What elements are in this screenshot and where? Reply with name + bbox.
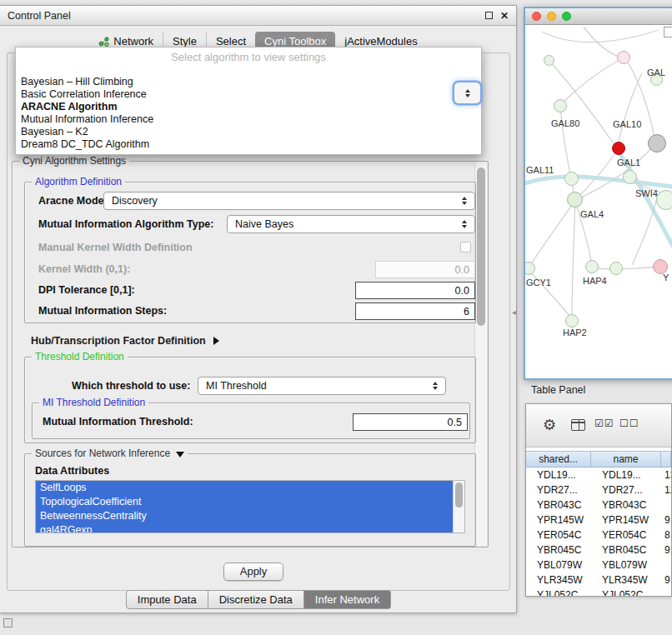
list-item[interactable]: SelfLoops: [36, 481, 453, 495]
close-icon[interactable]: ✕: [500, 11, 509, 21]
dock-mini-icon[interactable]: [3, 618, 13, 628]
tab-infer-network[interactable]: Infer Network: [304, 590, 391, 609]
attributes-scrollbar[interactable]: [453, 481, 464, 532]
dropdown-item[interactable]: Basic Correlation Inference: [16, 88, 481, 101]
algorithm-combo-button[interactable]: [454, 82, 480, 103]
kernel-width-field[interactable]: 0.0: [375, 261, 475, 278]
table-cell: YJL052C: [591, 589, 661, 596]
columns-icon[interactable]: [571, 419, 585, 431]
dropdown-item[interactable]: Bayesian – Hill Climbing: [16, 76, 481, 88]
tab-label: Select: [216, 35, 246, 48]
tab-label: Network: [113, 35, 153, 48]
splitter-collapse-icon[interactable]: ◂: [512, 308, 516, 317]
table-row[interactable]: YDR27...YDR27...12: [526, 482, 671, 498]
sources-group: Sources for Network Inference Data Attri…: [24, 453, 476, 547]
data-attributes-list: SelfLoops TopologicalCoefficient Between…: [35, 480, 465, 533]
algorithm-definition-title: Algorithm Definition: [32, 176, 125, 188]
network-node[interactable]: [623, 170, 637, 184]
spinner-arrows-icon: [433, 382, 438, 390]
float-panel-icon[interactable]: [485, 12, 493, 19]
kernel-width-label: Kernel Width (0,1):: [38, 263, 130, 275]
network-node[interactable]: [544, 55, 554, 66]
table-cell: YDR27...: [526, 484, 591, 496]
aracne-mode-label: Aracne Mode:: [38, 195, 108, 207]
dropdown-item[interactable]: Bayesian – K2: [16, 126, 481, 138]
network-node[interactable]: [656, 190, 672, 210]
sources-group-title: Sources for Network Inference: [35, 448, 170, 459]
table-row[interactable]: YBR045CYBR045C9.: [526, 542, 671, 558]
table-cell: YBR045C: [591, 544, 661, 556]
cyni-algorithm-settings-group: Cyni Algorithm Settings Algorithm Defini…: [12, 161, 489, 548]
network-node[interactable]: [585, 260, 599, 273]
settings-scrollbar-thumb[interactable]: [477, 168, 485, 326]
threshold-definition-title: Threshold Definition: [32, 351, 128, 362]
table-cell: YER054C: [526, 529, 591, 541]
table-cell: YLR345W: [591, 574, 661, 586]
network-window-titlebar[interactable]: [525, 8, 672, 25]
network-tab-icon: [98, 37, 109, 47]
table-row[interactable]: YPR145WYPR145W9.: [526, 512, 671, 528]
table-cell: 9.: [661, 514, 671, 526]
list-item[interactable]: TopologicalCoefficient: [36, 495, 453, 509]
network-canvas[interactable]: GAL GAL80 GAL10 GAL11 GAL1 SWI4 GAL4 GCY…: [525, 25, 672, 378]
table-panel-title: Table Panel: [531, 384, 585, 396]
which-threshold-select[interactable]: MI Threshold: [198, 377, 446, 395]
view-widget[interactable]: [664, 27, 672, 38]
manual-kernel-checkbox[interactable]: [460, 242, 471, 252]
mi-threshold-label: Mutual Information Threshold:: [43, 416, 193, 428]
network-node[interactable]: [565, 314, 579, 328]
table-row[interactable]: YJL052CYJL052C: [526, 588, 671, 596]
table-cell: YPR145W: [526, 514, 591, 526]
tab-impute-data[interactable]: Impute Data: [126, 590, 208, 609]
attributes-scrollbar-thumb[interactable]: [455, 482, 463, 508]
minimize-traffic-light[interactable]: [547, 12, 556, 21]
network-node-gray[interactable]: [648, 134, 666, 152]
mi-type-label: Mutual Information Algorithm Type:: [38, 218, 213, 230]
table-row[interactable]: YER054CYER054C8.: [526, 528, 671, 542]
table-row[interactable]: YBR043CYBR043C: [526, 498, 671, 512]
network-node[interactable]: [567, 192, 583, 208]
node-label: GAL1: [617, 158, 640, 168]
mi-type-select[interactable]: Naive Bayes: [227, 215, 475, 233]
dpi-tolerance-label: DPI Tolerance [0,1]:: [38, 284, 135, 296]
table-row[interactable]: YDL19...YDL19...13: [526, 468, 671, 482]
aracne-mode-select[interactable]: Discovery: [103, 192, 475, 210]
node-label: GCY1: [526, 278, 551, 288]
column-header[interactable]: name: [591, 452, 661, 467]
table-row[interactable]: YBL079WYBL079W: [526, 558, 671, 572]
column-header[interactable]: [661, 452, 671, 467]
dropdown-item-selected[interactable]: ARACNE Algorithm: [16, 101, 481, 113]
apply-button[interactable]: Apply: [223, 562, 283, 581]
dpi-tolerance-field[interactable]: 0.0: [355, 282, 475, 299]
hub-definition-toggle[interactable]: Hub/Transcription Factor Definition: [31, 335, 219, 347]
network-node[interactable]: [564, 172, 579, 186]
table-cell: 9.: [661, 574, 671, 586]
network-node-red[interactable]: [612, 142, 625, 155]
column-header[interactable]: shared...: [526, 452, 591, 467]
table-header: shared... name: [526, 451, 671, 468]
collapsed-arrow-icon: [213, 337, 219, 345]
node-label: HAP2: [563, 328, 587, 338]
node-label: GAL80: [551, 118, 579, 128]
network-node[interactable]: [617, 51, 630, 64]
manual-kernel-label: Manual Kernel Width Definition: [38, 242, 193, 253]
network-node[interactable]: [554, 99, 567, 112]
node-label: GAL11: [526, 165, 554, 175]
sources-group-toggle[interactable]: Sources for Network Inference: [32, 448, 188, 459]
gear-icon[interactable]: ⚙: [543, 416, 556, 434]
dropdown-item[interactable]: Dream8 DC_TDC Algorithm: [16, 138, 481, 151]
deselect-all-columns-icon[interactable]: ☐☐: [619, 418, 639, 429]
list-item[interactable]: BetweennessCentrality: [36, 509, 453, 523]
list-item[interactable]: gal4RGexp: [36, 523, 453, 533]
zoom-traffic-light[interactable]: [562, 12, 571, 21]
table-row[interactable]: YLR345WYLR345W9.: [526, 572, 671, 588]
mi-steps-field[interactable]: 6: [355, 302, 475, 320]
mi-threshold-field[interactable]: 0.5: [353, 413, 468, 431]
select-all-columns-icon[interactable]: ☑☑: [594, 418, 614, 429]
settings-scrollbar[interactable]: [474, 162, 487, 546]
table-cell: YPR145W: [591, 514, 661, 526]
network-node[interactable]: [609, 262, 623, 275]
tab-discretize-data[interactable]: Discretize Data: [208, 590, 304, 609]
close-traffic-light[interactable]: [532, 12, 541, 21]
dropdown-item[interactable]: Mutual Information Inference: [16, 113, 481, 126]
